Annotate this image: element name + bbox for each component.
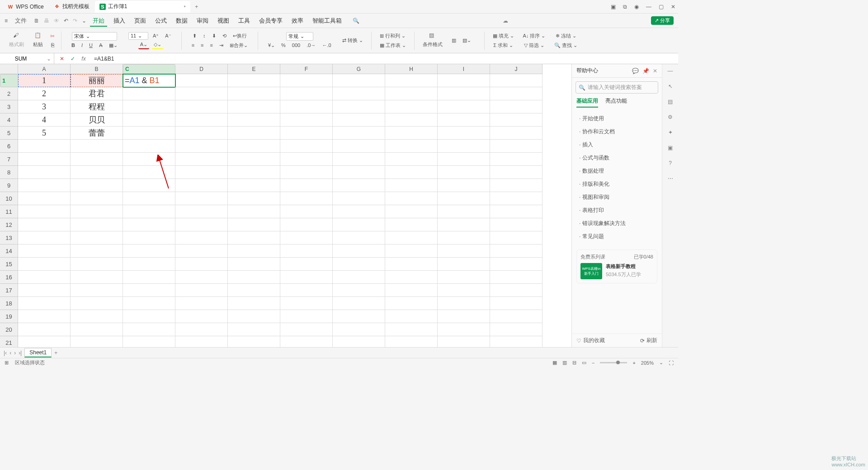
cell[interactable] [71, 166, 123, 179]
row-header[interactable]: 13 [0, 231, 18, 244]
cell[interactable] [175, 87, 228, 100]
cell[interactable]: 蕾蕾 [71, 127, 123, 140]
col-header[interactable]: G [333, 64, 385, 74]
grow-font-button[interactable]: A⁺ [151, 32, 160, 40]
align-bottom-button[interactable]: ⬇ [210, 32, 218, 40]
copy-icon[interactable]: ⎘ [51, 42, 54, 48]
row-header[interactable]: 1 [0, 74, 18, 87]
col-header[interactable]: A [18, 64, 71, 74]
bold-button[interactable]: B [70, 42, 77, 49]
cell[interactable] [280, 179, 333, 192]
col-header[interactable]: D [175, 64, 228, 74]
cell[interactable] [175, 74, 228, 87]
cell[interactable] [228, 205, 280, 218]
help-item[interactable]: 视图和审阅 [572, 191, 662, 204]
shrink-font-button[interactable]: A⁻ [163, 32, 173, 40]
strikethrough-button[interactable]: A̶ [97, 42, 104, 49]
cell[interactable] [438, 310, 490, 323]
menu-tools[interactable]: 工具 [236, 15, 253, 27]
cell[interactable] [228, 218, 280, 231]
sheet-nav-next[interactable]: › [14, 350, 16, 356]
row-header[interactable]: 12 [0, 218, 18, 231]
help-item[interactable]: 插入 [572, 138, 662, 151]
row-header[interactable]: 16 [0, 271, 18, 284]
select-tool-icon[interactable]: ↖ [668, 83, 673, 89]
cell[interactable] [18, 192, 71, 205]
cell[interactable] [18, 218, 71, 231]
cell[interactable] [175, 179, 228, 192]
cell[interactable] [175, 244, 228, 258]
row-header[interactable]: 3 [0, 100, 18, 113]
name-box[interactable]: ⌄ [0, 53, 54, 64]
view-break-icon[interactable]: ⊟ [572, 360, 576, 366]
save-icon[interactable]: 🗎 [34, 18, 39, 24]
cell[interactable] [333, 205, 385, 218]
comma-button[interactable]: 000 [290, 42, 302, 49]
maximize-button[interactable]: ▢ [659, 4, 664, 10]
freeze-button[interactable]: ❄冻结⌄ [554, 32, 578, 40]
format-painter-button[interactable]: 格式刷 [7, 40, 26, 49]
cell[interactable] [280, 100, 333, 113]
font-color-button[interactable]: A⌄ [138, 41, 149, 49]
help-icon[interactable]: ? [669, 160, 672, 166]
print-icon[interactable]: 🖶 [44, 18, 49, 24]
cell[interactable] [175, 231, 228, 244]
tab-wps-office[interactable]: W WPS Office [3, 1, 48, 13]
cell[interactable]: 3 [18, 100, 71, 113]
row-header[interactable]: 19 [0, 310, 18, 323]
align-middle-button[interactable]: ↕ [201, 32, 208, 39]
search-icon[interactable]: 🔍 [353, 18, 359, 24]
help-tab-highlights[interactable]: 亮点功能 [605, 97, 627, 108]
view-read-icon[interactable]: ▭ [582, 360, 586, 366]
cell[interactable] [18, 179, 71, 192]
cell[interactable] [438, 100, 490, 113]
settings-icon[interactable]: ⚙ [668, 114, 673, 120]
help-item[interactable]: 开始使用 [572, 112, 662, 125]
row-header[interactable]: 4 [0, 113, 18, 127]
menu-view[interactable]: 视图 [215, 15, 232, 27]
formula-input[interactable]: =A1&B1 [91, 56, 678, 62]
cell[interactable] [123, 336, 175, 347]
row-header[interactable]: 7 [0, 153, 18, 166]
cell[interactable] [490, 205, 542, 218]
cell[interactable] [438, 323, 490, 336]
more-icon[interactable]: ⋯ [668, 175, 673, 182]
minimize-button[interactable]: — [646, 4, 651, 10]
file-menu[interactable]: 文件 [12, 15, 29, 27]
cell[interactable] [280, 140, 333, 153]
view-normal-icon[interactable]: ▦ [552, 360, 557, 366]
cell[interactable] [175, 323, 228, 336]
close-panel-button[interactable]: ✕ [653, 68, 657, 74]
cell[interactable] [490, 74, 542, 87]
cell[interactable] [438, 153, 490, 166]
cell[interactable] [123, 231, 175, 244]
cell[interactable]: 贝贝 [71, 113, 123, 127]
cell[interactable] [438, 87, 490, 100]
cell[interactable] [490, 100, 542, 113]
cell[interactable] [175, 153, 228, 166]
pin-icon[interactable]: 📌 [642, 68, 649, 74]
cell[interactable] [175, 113, 228, 127]
cell[interactable] [228, 258, 280, 271]
cell[interactable] [18, 205, 71, 218]
cell[interactable] [333, 336, 385, 347]
cell[interactable] [71, 336, 123, 347]
menu-member[interactable]: 会员专享 [256, 15, 285, 27]
cell[interactable] [228, 284, 280, 297]
cell[interactable] [385, 244, 438, 258]
cell[interactable] [175, 336, 228, 347]
cell[interactable] [280, 218, 333, 231]
cell[interactable] [18, 271, 71, 284]
cell[interactable] [71, 218, 123, 231]
cell[interactable] [490, 179, 542, 192]
cell[interactable] [333, 140, 385, 153]
cell[interactable] [333, 297, 385, 310]
cell[interactable] [438, 205, 490, 218]
cell[interactable] [280, 205, 333, 218]
col-header[interactable]: E [228, 64, 280, 74]
cell[interactable] [123, 113, 175, 127]
row-header[interactable]: 15 [0, 258, 18, 271]
sheet-nav-prev[interactable]: ‹ [9, 350, 11, 356]
cell[interactable] [18, 336, 71, 347]
cell[interactable] [123, 192, 175, 205]
